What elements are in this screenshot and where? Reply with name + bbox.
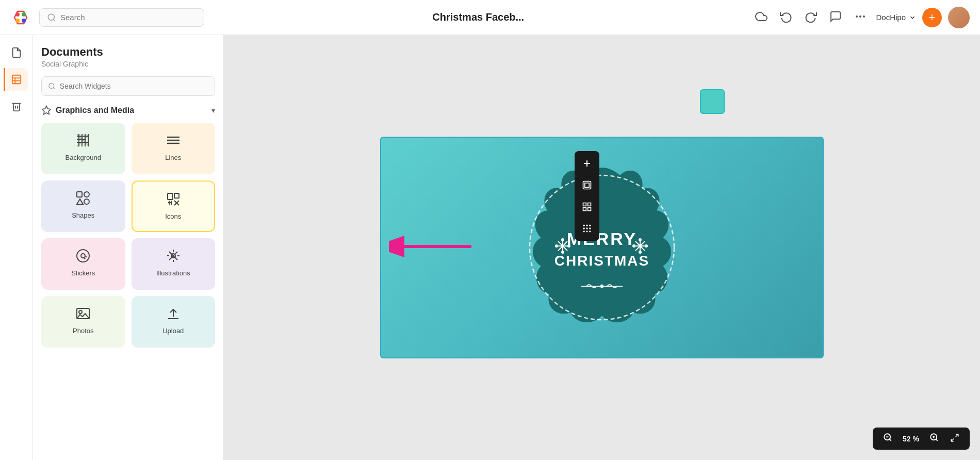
svg-marker-31 xyxy=(77,199,83,204)
svg-point-5 xyxy=(48,14,54,20)
svg-rect-10 xyxy=(12,75,21,84)
lines-widget-icon xyxy=(165,132,182,149)
section-title: Graphics and Media xyxy=(56,106,134,115)
svg-point-30 xyxy=(84,192,89,197)
main-area: Documents Social Graphic Graphics and Me… xyxy=(0,35,980,460)
top-header: Christmas Faceb... xyxy=(0,0,980,35)
float-frame-button[interactable] xyxy=(577,175,597,195)
zoom-out-icon xyxy=(883,433,892,442)
search-input[interactable] xyxy=(60,13,189,22)
edit-icon xyxy=(11,74,22,85)
svg-point-92 xyxy=(601,285,603,288)
document-icon xyxy=(11,47,22,58)
svg-point-67 xyxy=(583,231,585,232)
chevron-down-icon xyxy=(909,14,916,21)
svg-line-99 xyxy=(936,439,937,440)
comment-button[interactable] xyxy=(826,7,845,27)
widget-lines-label: Lines xyxy=(165,154,181,161)
widget-upload[interactable]: Upload xyxy=(132,296,216,348)
svg-point-9 xyxy=(863,15,865,18)
widget-icons-label: Icons xyxy=(165,212,181,220)
widget-shapes-label: Shapes xyxy=(72,211,94,219)
svg-line-15 xyxy=(53,88,55,89)
fullscreen-icon xyxy=(950,433,959,442)
grid-icon xyxy=(582,202,592,212)
design-canvas[interactable]: MERRY CHRISTMAS xyxy=(380,137,824,358)
float-dots-button[interactable] xyxy=(577,218,597,239)
canvas-stage[interactable]: MERRY CHRISTMAS xyxy=(224,35,980,460)
svg-point-62 xyxy=(586,225,587,226)
redo-icon xyxy=(805,10,817,23)
search-widgets-bar[interactable] xyxy=(41,76,215,96)
undo-button[interactable] xyxy=(777,7,795,27)
plus-icon xyxy=(582,158,592,169)
widget-illustrations[interactable]: Illustrations xyxy=(132,238,216,290)
user-name[interactable]: DocHipo xyxy=(876,13,916,22)
svg-point-63 xyxy=(589,225,591,226)
add-button[interactable]: + xyxy=(922,8,942,27)
svg-point-68 xyxy=(586,231,587,232)
svg-point-1 xyxy=(15,12,20,17)
svg-point-4 xyxy=(15,19,20,23)
cloud-save-button[interactable] xyxy=(752,7,771,27)
sidebar-item-edit[interactable] xyxy=(4,68,28,91)
avatar[interactable] xyxy=(948,7,970,28)
header-right: DocHipo + xyxy=(752,7,970,28)
sidebar-subtitle: Social Graphic xyxy=(41,60,215,68)
more-options-button[interactable] xyxy=(851,7,870,27)
section-header-graphics[interactable]: Graphics and Media ▾ xyxy=(41,105,215,116)
svg-point-61 xyxy=(583,225,585,226)
frame-icon xyxy=(582,180,592,190)
search-widgets-input[interactable] xyxy=(60,82,208,90)
section-header-left: Graphics and Media xyxy=(41,105,134,116)
header-left xyxy=(10,7,204,28)
widget-background[interactable]: Background xyxy=(41,123,125,174)
photos-widget-icon xyxy=(75,305,91,322)
widget-icons[interactable]: Icons xyxy=(132,180,216,232)
svg-rect-37 xyxy=(174,193,179,198)
widget-shapes[interactable]: Shapes xyxy=(41,180,125,232)
dochipo-logo[interactable] xyxy=(10,7,31,28)
avatar-image xyxy=(948,7,970,28)
widget-lines[interactable]: Lines xyxy=(132,123,216,174)
sidebar-item-trash[interactable] xyxy=(5,95,28,118)
zoom-out-button[interactable] xyxy=(880,432,895,446)
widget-grid: Background Lines Shapes xyxy=(41,123,215,348)
search-bar[interactable] xyxy=(39,8,204,27)
widget-stickers[interactable]: Stickers xyxy=(41,238,125,290)
svg-point-41 xyxy=(81,254,85,258)
svg-rect-33 xyxy=(168,193,173,200)
search-widgets-icon xyxy=(48,82,56,90)
sidebar-panel: Documents Social Graphic Graphics and Me… xyxy=(33,35,224,460)
svg-point-8 xyxy=(859,15,861,18)
float-add-button[interactable] xyxy=(577,153,597,174)
svg-line-102 xyxy=(956,434,958,437)
stickers-widget-icon xyxy=(75,248,91,264)
svg-point-2 xyxy=(22,12,26,17)
shapes-widget-icon xyxy=(75,190,91,206)
widget-background-label: Background xyxy=(66,154,101,161)
svg-point-32 xyxy=(84,199,89,204)
widget-stickers-label: Stickers xyxy=(71,269,95,277)
svg-point-66 xyxy=(589,227,591,229)
fullscreen-button[interactable] xyxy=(947,432,962,446)
svg-point-87 xyxy=(645,245,647,247)
sidebar-item-document[interactable] xyxy=(5,41,28,64)
zoom-in-button[interactable] xyxy=(926,432,942,446)
icons-widget-icon xyxy=(165,191,182,207)
selected-shape-indicator[interactable] xyxy=(700,89,725,114)
widget-photos[interactable]: Photos xyxy=(41,296,125,348)
svg-rect-56 xyxy=(585,183,589,187)
svg-point-76 xyxy=(562,239,564,241)
chevron-down-icon: ▾ xyxy=(211,106,215,114)
undo-icon xyxy=(780,10,792,23)
svg-line-103 xyxy=(951,438,954,441)
svg-point-78 xyxy=(556,245,558,247)
svg-point-40 xyxy=(77,250,89,262)
redo-button[interactable] xyxy=(802,7,820,27)
float-grid-button[interactable] xyxy=(577,196,597,217)
svg-marker-16 xyxy=(42,106,51,114)
background-widget-icon xyxy=(75,132,91,149)
zoom-bar: 52 % xyxy=(873,428,970,450)
trash-icon xyxy=(11,101,22,112)
